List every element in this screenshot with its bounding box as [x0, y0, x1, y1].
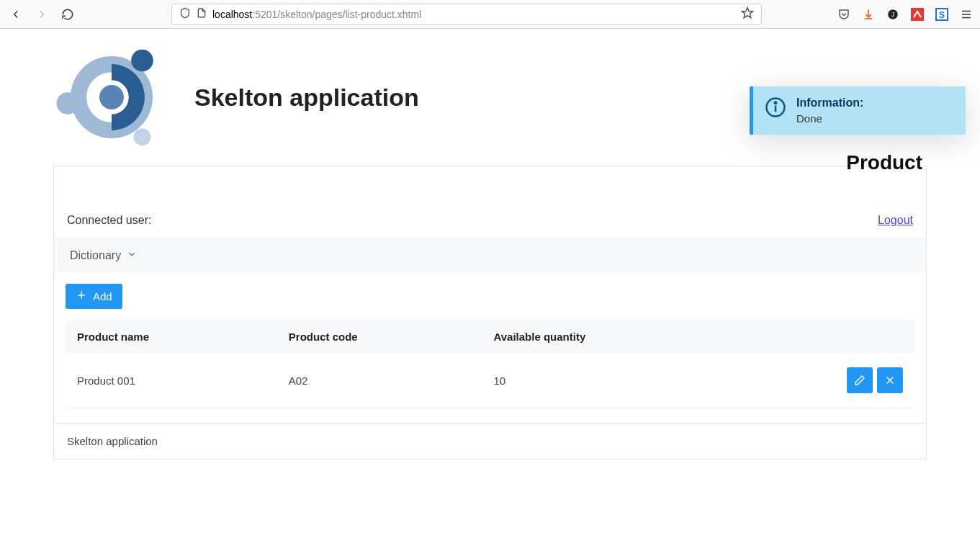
cell-product-code: A02 — [277, 353, 482, 408]
svg-point-8 — [134, 128, 151, 145]
extension-icon-s[interactable]: S — [935, 8, 948, 21]
svg-point-9 — [57, 92, 79, 115]
url-bar[interactable]: localhost:5201/skelton/pages/list-produc… — [171, 4, 762, 25]
svg-text:S: S — [939, 10, 945, 20]
url-text: localhost:5201/skelton/pages/list-produc… — [212, 9, 735, 20]
dictionary-menu[interactable]: Dictionary — [70, 249, 121, 262]
app-logo — [50, 36, 173, 158]
url-host: localhost — [212, 9, 252, 20]
col-actions — [738, 320, 914, 353]
app-title: Skelton application — [194, 84, 419, 112]
user-bar: Connected user: Logout — [54, 202, 926, 238]
cell-product-name: Product 001 — [66, 353, 277, 408]
col-product-code: Product code — [277, 320, 482, 353]
add-button[interactable]: Add — [66, 284, 122, 309]
forward-button[interactable] — [33, 6, 50, 23]
edit-button[interactable] — [847, 367, 873, 393]
extension-icon-red[interactable] — [911, 8, 924, 21]
hamburger-menu-icon[interactable] — [960, 8, 973, 21]
download-icon[interactable] — [862, 8, 875, 21]
col-available-quantity: Available quantity — [482, 320, 738, 353]
table-row: Product 001 A02 10 — [66, 353, 914, 408]
reload-button[interactable] — [59, 6, 76, 23]
info-toast: Information: Done — [750, 86, 966, 135]
cell-available-quantity: 10 — [482, 353, 738, 408]
account-icon[interactable]: J — [886, 8, 899, 21]
delete-button[interactable] — [877, 367, 903, 393]
svg-point-12 — [775, 102, 777, 104]
page-title: Product — [846, 151, 922, 174]
chevron-down-icon[interactable] — [127, 249, 137, 262]
bookmark-star-icon[interactable] — [741, 6, 754, 22]
svg-point-6 — [99, 85, 124, 109]
toast-title: Information: — [796, 97, 863, 109]
page-icon — [197, 7, 207, 21]
svg-point-7 — [131, 50, 153, 72]
logout-link[interactable]: Logout — [878, 214, 913, 227]
info-icon — [765, 97, 786, 118]
shield-icon — [179, 7, 191, 21]
plus-icon — [76, 290, 87, 303]
pocket-icon[interactable] — [837, 8, 850, 21]
url-path: :5201/skelton/pages/list-product.xhtml — [252, 9, 421, 20]
col-product-name: Product name — [66, 320, 277, 353]
svg-rect-2 — [911, 8, 924, 21]
toolbar-right-icons: J S — [837, 8, 973, 21]
menu-bar: Dictionary — [54, 238, 926, 272]
add-button-label: Add — [93, 290, 112, 302]
footer: Skelton application — [53, 423, 927, 459]
product-table: Product name Product code Available quan… — [66, 320, 914, 408]
svg-text:J: J — [891, 12, 894, 18]
browser-toolbar: localhost:5201/skelton/pages/list-produc… — [0, 0, 980, 29]
connected-user-label: Connected user: — [67, 214, 151, 227]
toast-body: Done — [796, 112, 863, 125]
back-button[interactable] — [7, 6, 24, 23]
